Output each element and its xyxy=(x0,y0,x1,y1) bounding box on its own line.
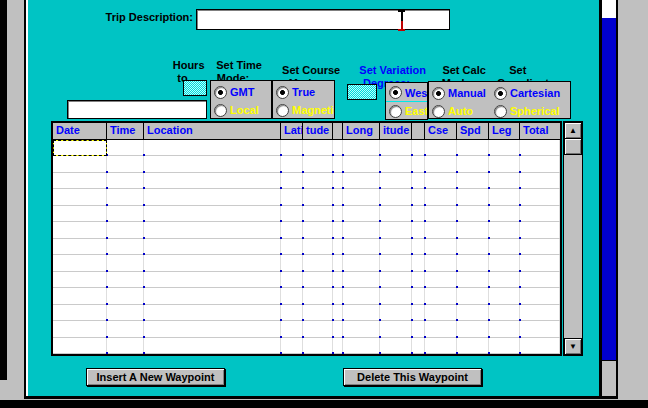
table-cell[interactable] xyxy=(520,156,560,171)
table-cell[interactable] xyxy=(457,222,489,237)
table-cell[interactable] xyxy=(53,156,107,171)
radio-true[interactable]: True xyxy=(273,83,334,101)
table-cell[interactable] xyxy=(53,255,107,270)
radio-auto[interactable]: Auto xyxy=(429,102,491,119)
table-cell[interactable] xyxy=(107,338,144,353)
table-cell[interactable] xyxy=(425,222,457,237)
table-cell[interactable] xyxy=(343,156,380,171)
table-cell[interactable] xyxy=(412,173,425,188)
table-cell[interactable] xyxy=(144,206,281,221)
table-cell[interactable] xyxy=(333,305,343,320)
column-header-Total[interactable]: Total xyxy=(520,123,560,139)
table-cell[interactable] xyxy=(144,321,281,336)
table-cell[interactable] xyxy=(303,222,333,237)
table-cell[interactable] xyxy=(303,206,333,221)
table-cell[interactable] xyxy=(333,272,343,287)
table-cell[interactable] xyxy=(380,305,412,320)
column-header-Spd[interactable]: Spd xyxy=(457,123,489,139)
table-cell[interactable] xyxy=(520,338,560,353)
table-cell[interactable] xyxy=(489,206,520,221)
table-cell[interactable] xyxy=(107,239,144,254)
table-cell[interactable] xyxy=(107,288,144,303)
table-cell[interactable] xyxy=(281,222,303,237)
table-cell[interactable] xyxy=(425,239,457,254)
table-cell[interactable] xyxy=(412,321,425,336)
table-cell[interactable] xyxy=(333,338,343,353)
waypoint-name-input[interactable] xyxy=(67,100,207,119)
table-cell[interactable] xyxy=(520,288,560,303)
table-cell[interactable] xyxy=(281,206,303,221)
column-header-tude[interactable]: tude xyxy=(303,123,333,139)
table-cell[interactable] xyxy=(457,288,489,303)
table-cell[interactable] xyxy=(343,189,380,204)
table-cell[interactable] xyxy=(457,189,489,204)
table-cell[interactable] xyxy=(380,239,412,254)
table-cell[interactable] xyxy=(333,288,343,303)
table-cell[interactable] xyxy=(107,189,144,204)
table-cell[interactable] xyxy=(425,305,457,320)
table-cell[interactable] xyxy=(380,140,412,155)
table-cell[interactable] xyxy=(53,272,107,287)
table-cell[interactable] xyxy=(489,239,520,254)
table-cell[interactable] xyxy=(53,338,107,353)
table-cell[interactable] xyxy=(457,305,489,320)
table-cell[interactable] xyxy=(333,239,343,254)
table-cell[interactable] xyxy=(144,239,281,254)
table-cell[interactable] xyxy=(333,255,343,270)
column-header-spacer[interactable] xyxy=(333,123,343,139)
table-cell[interactable] xyxy=(457,255,489,270)
radio-west[interactable]: West xyxy=(386,84,427,102)
table-cell[interactable] xyxy=(489,288,520,303)
table-cell[interactable] xyxy=(380,222,412,237)
table-cell[interactable] xyxy=(425,206,457,221)
table-cell[interactable] xyxy=(457,206,489,221)
table-cell[interactable] xyxy=(457,272,489,287)
column-header-Cse[interactable]: Cse xyxy=(425,123,457,139)
table-cell[interactable] xyxy=(457,321,489,336)
table-cell[interactable] xyxy=(303,173,333,188)
table-cell[interactable] xyxy=(425,156,457,171)
radio-manual[interactable]: Manual xyxy=(429,84,491,102)
table-cell[interactable] xyxy=(53,222,107,237)
table-cell[interactable] xyxy=(425,272,457,287)
table-cell[interactable] xyxy=(489,321,520,336)
variation-degrees-input[interactable] xyxy=(347,84,377,100)
table-cell[interactable] xyxy=(343,140,380,155)
table-cell[interactable] xyxy=(380,156,412,171)
table-cell[interactable] xyxy=(107,173,144,188)
table-cell[interactable] xyxy=(343,272,380,287)
table-cell[interactable] xyxy=(520,255,560,270)
table-cell[interactable] xyxy=(144,189,281,204)
radio-spherical[interactable]: Spherical xyxy=(491,102,571,119)
table-cell[interactable] xyxy=(489,156,520,171)
table-cell[interactable] xyxy=(489,189,520,204)
table-cell[interactable] xyxy=(144,156,281,171)
table-cell[interactable] xyxy=(53,189,107,204)
selected-cell[interactable] xyxy=(53,140,107,156)
table-cell[interactable] xyxy=(53,206,107,221)
table-cell[interactable] xyxy=(380,321,412,336)
table-cell[interactable] xyxy=(343,288,380,303)
radio-east[interactable]: East xyxy=(386,102,427,120)
table-scrollbar[interactable]: ▲ ▼ xyxy=(563,121,583,356)
table-cell[interactable] xyxy=(144,140,281,155)
table-cell[interactable] xyxy=(520,272,560,287)
table-cell[interactable] xyxy=(107,321,144,336)
table-cell[interactable] xyxy=(144,222,281,237)
radio-gmt[interactable]: GMT xyxy=(211,83,271,101)
scrollbar-thumb[interactable] xyxy=(564,138,582,155)
table-cell[interactable] xyxy=(53,305,107,320)
table-cell[interactable] xyxy=(53,239,107,254)
table-cell[interactable] xyxy=(343,321,380,336)
table-cell[interactable] xyxy=(425,288,457,303)
scroll-up-button[interactable]: ▲ xyxy=(564,122,582,139)
table-cell[interactable] xyxy=(380,189,412,204)
table-cell[interactable] xyxy=(281,255,303,270)
table-cell[interactable] xyxy=(425,140,457,155)
table-cell[interactable] xyxy=(333,173,343,188)
table-cell[interactable] xyxy=(333,321,343,336)
trip-description-input[interactable] xyxy=(196,9,450,30)
column-header-Time[interactable]: Time xyxy=(107,123,144,139)
table-cell[interactable] xyxy=(380,288,412,303)
table-cell[interactable] xyxy=(520,140,560,155)
